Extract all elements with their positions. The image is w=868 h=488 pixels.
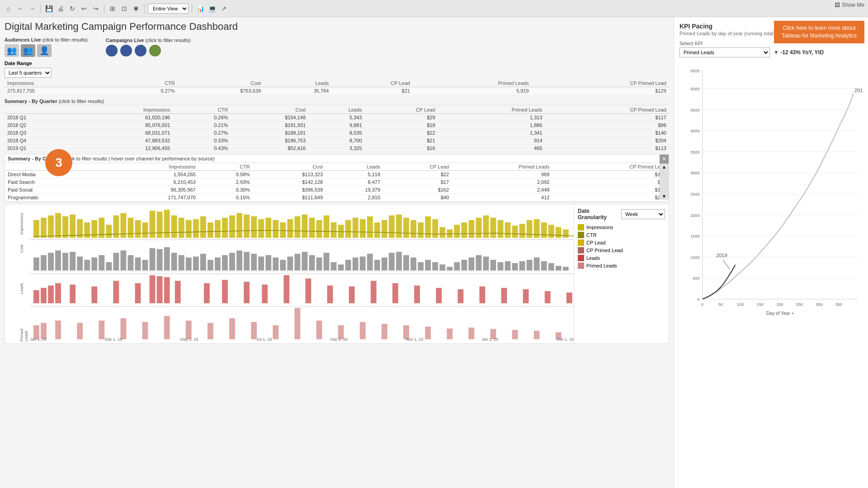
quarterly-row[interactable]: 2018 Q2 85,976,501 0.21% $181,931 9,881 … [5, 122, 669, 129]
quarterly-row[interactable]: 2018 Q4 47,883,532 0.33% $186,753 8,700 … [5, 137, 669, 145]
legend-color-impressions [578, 224, 584, 230]
svg-rect-44 [331, 222, 337, 238]
qcol-cost[interactable]: Cost [231, 106, 308, 114]
show-me-icon: 🖼 [835, 2, 840, 8]
q-impressions: 47,883,532 [77, 137, 173, 145]
refresh-icon[interactable]: ↻ [67, 4, 77, 14]
svg-rect-52 [389, 216, 395, 238]
undo-icon[interactable]: ↩ [79, 4, 89, 14]
q-primed-leads: 1,341 [438, 129, 545, 137]
q-cp-lead: $18 [365, 122, 438, 129]
ccol-primed-leads[interactable]: Primed Leads [452, 163, 552, 171]
qcol-cp-primed-lead[interactable]: CP Primed Lead [545, 106, 670, 114]
ccol-impressions[interactable]: Impressions [106, 163, 198, 171]
qcol-primed-leads[interactable]: Primed Leads [438, 106, 545, 114]
col-cp-primed-lead[interactable]: CP Primed Lead [532, 80, 669, 87]
quarterly-row[interactable]: 2018 Q3 68,031,071 0.27% $188,191 8,535 … [5, 129, 669, 137]
qcol-ctr[interactable]: CTR [173, 106, 231, 114]
svg-rect-148 [548, 263, 554, 271]
forward-icon[interactable]: → [27, 4, 37, 14]
highlight-icon[interactable]: ✱ [131, 4, 141, 14]
svg-rect-108 [258, 257, 264, 271]
device-icon[interactable]: 💻 [207, 4, 217, 14]
legend-color-primed-leads [578, 263, 584, 269]
channel-close-button[interactable]: ✕ [660, 155, 669, 164]
redo-icon[interactable]: ↪ [91, 4, 101, 14]
svg-text:50: 50 [718, 302, 723, 307]
kpi-select[interactable]: Primed Leads Leads CTR CP Lead CP Primed… [679, 47, 770, 57]
svg-rect-54 [403, 218, 409, 238]
date-range-select[interactable]: Last 5 quarters Last 4 quarters Last 3 q… [5, 68, 52, 78]
print-icon[interactable]: 🖨 [56, 4, 66, 14]
audience-icon-1[interactable]: 👥 [5, 44, 19, 57]
scroll-down-arrow[interactable]: ▼ [662, 194, 666, 199]
home-icon[interactable]: ⌂ [4, 4, 14, 14]
legend-color-ctr [578, 232, 584, 238]
scroll-up-arrow[interactable]: ▲ [662, 164, 666, 169]
zoom-icon[interactable]: ⊞ [108, 4, 118, 14]
ccol-cost[interactable]: Cost [253, 163, 326, 171]
audiences-section: Audiences Live (click to filter results)… [5, 37, 88, 57]
legend-ctr: CTR [578, 232, 665, 238]
legend-color-cp-primed-lead [578, 247, 584, 253]
quarterly-row[interactable]: 2018 Q1 61,020,196 0.26% $154,148 5,343 … [5, 114, 669, 122]
c-cp-primed-lead: $162 [552, 186, 669, 194]
left-panel: Digital Marketing Campaign Performance D… [0, 17, 674, 488]
c-cp-lead: $40 [383, 194, 452, 202]
select-icon[interactable]: ⊡ [119, 4, 129, 14]
svg-rect-64 [476, 218, 481, 238]
qcol-cp-lead[interactable]: CP Lead [365, 106, 438, 114]
ccol-cp-lead[interactable]: CP Lead [383, 163, 452, 171]
campaign-dot-2[interactable] [120, 45, 132, 56]
q-ctr: 0.21% [173, 122, 231, 129]
svg-text:3500: 3500 [690, 150, 699, 155]
chart-icon[interactable]: 📊 [195, 4, 205, 14]
svg-rect-112 [287, 257, 293, 271]
col-leads[interactable]: Leads [264, 80, 331, 87]
audience-icon-3[interactable]: 👤 [37, 44, 52, 57]
col-cost[interactable]: Cost [178, 80, 264, 87]
q-cost: $186,753 [231, 137, 308, 145]
svg-rect-118 [331, 262, 337, 271]
svg-rect-150 [563, 267, 569, 270]
granularity-select[interactable]: Week Day Month [621, 209, 665, 219]
channel-row[interactable]: Paid Search 6,210,453 2.93% $142,128 8,4… [5, 178, 669, 186]
svg-rect-145 [527, 260, 533, 271]
col-impressions[interactable]: Impressions [5, 80, 113, 87]
svg-rect-109 [265, 255, 271, 271]
share-icon[interactable]: ↗ [219, 4, 229, 14]
click-banner[interactable]: Click here to learn more about Tableau f… [774, 21, 864, 43]
ccol-leads[interactable]: Leads [326, 163, 383, 171]
show-me-button[interactable]: 🖼 Show Me [835, 2, 864, 8]
ccol-ctr[interactable]: CTR [198, 163, 253, 171]
svg-rect-121 [353, 258, 359, 271]
q-label: 2019 Q1 [5, 145, 77, 152]
channel-row[interactable]: Direct Media 1,554,265 0.58% $113,323 5,… [5, 171, 669, 178]
toolbar: ⌂ ← → 💾 🖨 ↻ ↩ ↪ ⊞ ⊡ ✱ Entire View 📊 💻 ↗ … [0, 0, 868, 17]
q-cp-primed-lead: $117 [545, 114, 670, 122]
channel-row[interactable]: Programmatic 171,747,070 0.15% $111,649 … [5, 194, 669, 202]
save-icon[interactable]: 💾 [44, 4, 54, 14]
campaign-dot-3[interactable] [135, 45, 146, 56]
channel-scrollbar[interactable]: ▲ ▼ [660, 164, 669, 200]
q-leads: 8,535 [308, 129, 365, 137]
col-cp-lead[interactable]: CP Lead [331, 80, 413, 87]
c-label: Paid Search [5, 178, 106, 186]
campaign-dot-1[interactable] [106, 45, 118, 56]
quarterly-row[interactable]: 2019 Q1 12,906,455 0.43% $52,616 3,325 $… [5, 145, 669, 152]
back-icon[interactable]: ← [15, 4, 25, 14]
q-ctr: 0.27% [173, 129, 231, 137]
qcol-impressions[interactable]: Impressions [77, 106, 173, 114]
audiences-label: Audiences Live (click to filter results) [5, 37, 88, 42]
ccol-cp-primed-lead[interactable]: CP Primed Lead [552, 163, 669, 171]
campaign-dot-4[interactable] [149, 45, 161, 56]
channel-row[interactable]: Paid Social 96,305,967 0.30% $396,539 19… [5, 186, 669, 194]
col-ctr[interactable]: CTR [113, 80, 178, 87]
qcol-period[interactable] [5, 106, 77, 114]
svg-rect-32 [244, 215, 250, 238]
audience-icon-2[interactable]: 👥 [21, 44, 35, 57]
view-dropdown[interactable]: Entire View [148, 4, 189, 14]
c-primed-leads: 969 [452, 171, 552, 178]
qcol-leads[interactable]: Leads [308, 106, 365, 114]
col-primed-leads[interactable]: Primed Leads [413, 80, 532, 87]
